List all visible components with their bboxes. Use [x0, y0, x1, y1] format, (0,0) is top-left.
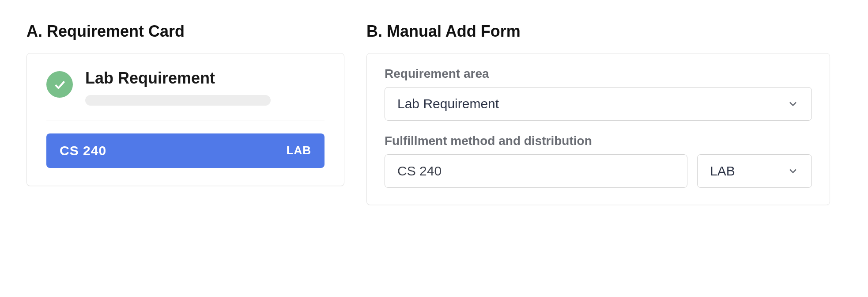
panel-manual-add-form: B. Manual Add Form Requirement area Lab … — [366, 22, 830, 275]
form-group-fulfillment: Fulfillment method and distribution CS 2… — [385, 134, 812, 188]
select-requirement-area-value: Lab Requirement — [397, 96, 499, 111]
requirement-title: Lab Requirement — [85, 69, 325, 87]
form-group-requirement-area: Requirement area Lab Requirement — [385, 67, 812, 121]
manual-add-form-card: Requirement area Lab Requirement Fulfill… — [366, 53, 830, 205]
select-distribution-value: LAB — [710, 164, 735, 179]
course-pill[interactable]: CS 240 LAB — [46, 133, 325, 168]
label-fulfillment: Fulfillment method and distribution — [385, 134, 812, 148]
requirement-title-block: Lab Requirement — [85, 69, 325, 106]
chevron-down-icon — [787, 165, 799, 177]
panel-requirement-card: A. Requirement Card Lab Requirement CS 2… — [26, 22, 344, 275]
select-requirement-area[interactable]: Lab Requirement — [385, 87, 812, 121]
status-complete-icon — [46, 71, 73, 98]
requirement-card: Lab Requirement CS 240 LAB — [26, 53, 344, 186]
course-tag: LAB — [287, 144, 311, 157]
select-distribution[interactable]: LAB — [697, 154, 812, 188]
panel-a-heading: A. Requirement Card — [26, 22, 344, 41]
panel-b-heading: B. Manual Add Form — [366, 22, 830, 41]
chevron-down-icon — [787, 98, 799, 110]
divider — [46, 121, 325, 121]
input-course-code-value: CS 240 — [397, 164, 442, 179]
course-code: CS 240 — [60, 143, 106, 158]
requirement-header: Lab Requirement — [46, 69, 325, 106]
requirement-subtitle-skeleton — [85, 95, 271, 106]
input-course-code[interactable]: CS 240 — [385, 154, 687, 188]
label-requirement-area: Requirement area — [385, 67, 812, 81]
